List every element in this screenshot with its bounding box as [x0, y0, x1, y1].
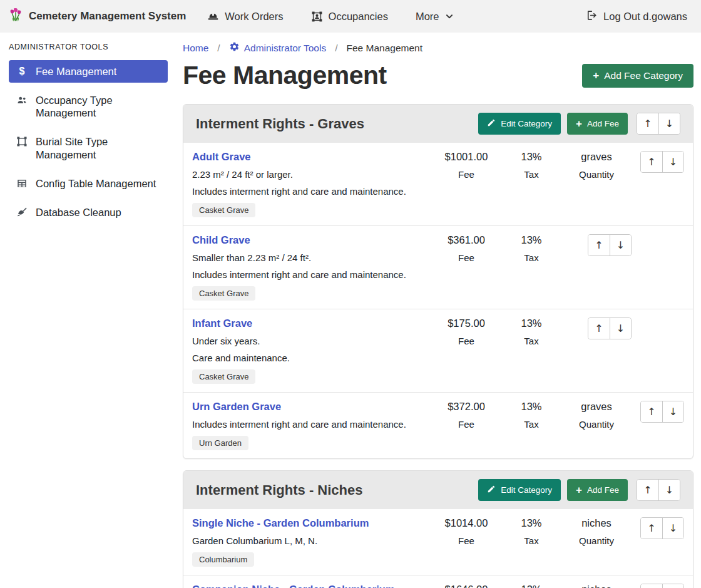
brand-title: Cemetery Management System [29, 10, 186, 23]
hard-hat-icon [207, 11, 219, 23]
fee-quantity-label: Quantity [561, 169, 632, 180]
fee-name-link[interactable]: Infant Grave [192, 317, 252, 329]
fee-quantity-cell: graves Quantity [561, 401, 632, 430]
add-fee-button[interactable]: + Add Fee [567, 479, 628, 501]
fee-row: Infant Grave Under six years. Care and m… [183, 309, 693, 392]
logout-button[interactable]: Log Out d.gowans [585, 9, 687, 24]
category-header: Interment Rights - Graves Edit Category … [183, 105, 693, 143]
fee-category-card: Interment Rights - Graves Edit Category … [183, 104, 693, 459]
fee-category-card: Interment Rights - Niches Edit Category … [183, 470, 693, 588]
category-title: Interment Rights - Graves [196, 116, 364, 132]
fee-rows: Single Niche - Garden Columbarium Garden… [183, 509, 693, 588]
move-category-up-button[interactable]: ↑ [637, 113, 658, 134]
chevron-down-icon [445, 12, 454, 21]
fee-row: Urn Garden Grave Includes interment righ… [183, 392, 693, 458]
move-category-down-button[interactable]: ↓ [658, 113, 680, 134]
move-fee-down-button[interactable]: ↓ [662, 518, 683, 539]
app-brand[interactable]: Cemetery Management System [8, 7, 186, 26]
breadcrumb-home-link[interactable]: Home [183, 43, 208, 54]
fee-tax-label: Tax [501, 336, 561, 346]
move-fee-up-button[interactable]: ↑ [641, 584, 662, 588]
move-fee-up-button[interactable]: ↑ [641, 401, 662, 422]
move-fee-down-button[interactable]: ↓ [662, 152, 683, 172]
fee-amount-cell: $1001.00 Fee [431, 151, 501, 180]
sidebar-item-burial-site-type-management[interactable]: Burial Site Type Management [9, 130, 168, 165]
fee-quantity: niches [561, 517, 632, 529]
move-fee-down-button[interactable]: ↓ [662, 584, 683, 588]
fee-amount: $372.00 [431, 401, 501, 413]
move-fee-up-button[interactable]: ↑ [588, 318, 610, 339]
fee-amount: $1014.00 [431, 517, 501, 529]
move-fee-down-button[interactable]: ↓ [662, 401, 683, 422]
nav-occupancies[interactable]: Occupancies [311, 11, 388, 23]
fee-quantity: graves [561, 401, 632, 413]
add-fee-button[interactable]: + Add Fee [567, 113, 628, 135]
breadcrumb-separator: / [335, 43, 337, 54]
fee-tax-cell: 13% Tax [501, 584, 561, 588]
sidebar: ADMINISTRATOR TOOLS $Fee ManagementOccup… [0, 33, 175, 230]
breadcrumb-admin-tools-link[interactable]: Administrator Tools [229, 41, 327, 54]
fee-name-link[interactable]: Companion Niche - Garden Columbarium [192, 584, 395, 588]
move-category-down-button[interactable]: ↓ [658, 480, 680, 500]
sidebar-item-label: Database Cleanup [36, 206, 121, 219]
fee-tax-cell: 13% Tax [501, 401, 561, 430]
fee-amount-cell: $372.00 Fee [431, 401, 501, 430]
main-nav: Work Orders Occupancies More [207, 11, 453, 23]
fee-tag-badge: Casket Grave [192, 369, 255, 384]
move-category-up-button[interactable]: ↑ [637, 480, 658, 500]
fee-reorder-group: ↑ ↓ [640, 151, 684, 173]
add-fee-category-button[interactable]: + Add Fee Category [582, 64, 693, 88]
move-fee-up-button[interactable]: ↑ [588, 235, 610, 255]
fee-rows: Adult Grave 2.23 m² / 24 ft² or larger. … [183, 143, 693, 458]
breadcrumb-admin-tools-label: Administrator Tools [244, 43, 327, 54]
sidebar-item-label: Burial Site Type Management [36, 135, 161, 160]
sidebar-item-config-table-management[interactable]: Config Table Management [9, 172, 168, 195]
fee-info: Urn Garden Grave Includes interment righ… [192, 401, 431, 450]
sidebar-item-occupancy-type-management[interactable]: Occupancy Type Management [9, 89, 168, 124]
move-fee-down-button[interactable]: ↓ [610, 318, 631, 339]
fee-description-1: Includes interment right and care and ma… [192, 419, 431, 430]
fee-tax-cell: 13% Tax [501, 151, 561, 180]
fee-tax: 13% [501, 234, 561, 246]
logout-icon [585, 9, 597, 24]
gear-icon [229, 41, 240, 54]
pencil-icon [487, 118, 496, 129]
fee-name-link[interactable]: Urn Garden Grave [192, 401, 281, 413]
add-fee-label: Add Fee [587, 119, 619, 128]
fee-description-1: Smaller than 2.23 m² / 24 ft². [192, 252, 431, 263]
fee-tax: 13% [501, 517, 561, 529]
fee-row: Adult Grave 2.23 m² / 24 ft² or larger. … [183, 143, 693, 225]
fee-name-link[interactable]: Child Grave [192, 234, 250, 246]
fee-amount-label: Fee [431, 169, 501, 180]
fee-reorder-group: ↑ ↓ [588, 234, 632, 256]
move-fee-down-button[interactable]: ↓ [610, 235, 631, 255]
edit-category-label: Edit Category [501, 485, 552, 495]
fee-row: Single Niche - Garden Columbarium Garden… [183, 509, 693, 575]
nav-occupancies-label: Occupancies [329, 11, 388, 23]
move-fee-up-button[interactable]: ↑ [641, 518, 662, 539]
sidebar-item-label: Fee Management [36, 65, 116, 78]
add-fee-category-label: Add Fee Category [604, 70, 683, 81]
logout-label: Log Out d.gowans [603, 11, 687, 23]
fee-amount-label: Fee [431, 252, 501, 263]
nav-work-orders[interactable]: Work Orders [207, 11, 283, 23]
sidebar-item-fee-management[interactable]: $Fee Management [9, 60, 168, 83]
fee-name-link[interactable]: Single Niche - Garden Columbarium [192, 517, 369, 529]
page-title: Fee Management [183, 61, 387, 90]
fee-quantity: niches [561, 584, 632, 588]
sidebar-item-database-cleanup[interactable]: Database Cleanup [9, 201, 168, 224]
nav-work-orders-label: Work Orders [225, 11, 283, 23]
categories: Interment Rights - Graves Edit Category … [183, 104, 693, 588]
nav-more[interactable]: More [416, 11, 454, 23]
fee-name-link[interactable]: Adult Grave [192, 151, 251, 163]
edit-category-button[interactable]: Edit Category [478, 479, 561, 501]
fee-description-2: Care and maintenance. [192, 353, 431, 363]
edit-category-button[interactable]: Edit Category [478, 113, 561, 135]
breadcrumb-separator: / [217, 43, 220, 54]
category-header: Interment Rights - Niches Edit Category … [183, 471, 693, 509]
table-icon [15, 178, 29, 189]
move-fee-up-button[interactable]: ↑ [641, 152, 662, 172]
fee-quantity-label: Quantity [561, 419, 632, 430]
occupancy-frame-icon [311, 11, 323, 23]
fee-tax: 13% [501, 317, 561, 329]
